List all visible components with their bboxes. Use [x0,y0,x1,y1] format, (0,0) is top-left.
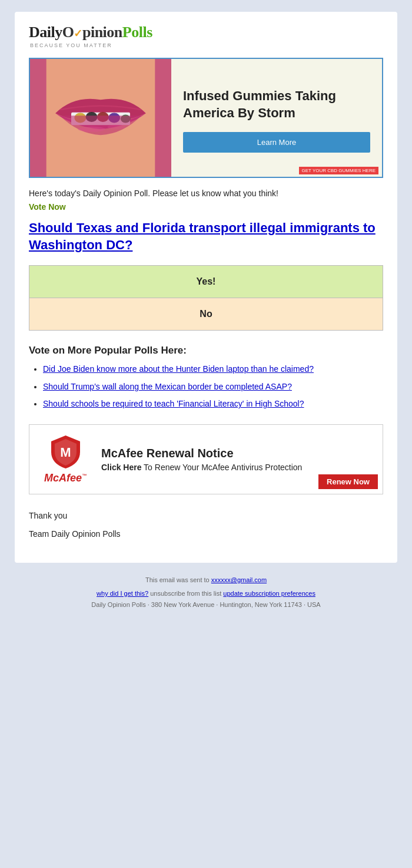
mcafee-text-area: McAfee Renewal Notice Click Here To Rene… [92,447,373,472]
vote-now-label: Vote Now [29,202,383,212]
footer-why-link[interactable]: why did I get this? [97,590,148,597]
more-polls-list: Did Joe Biden know more about the Hunter… [29,364,383,410]
email-card: DailyO✓pinionPolls Because You Matter [15,12,397,563]
footer-email-link[interactable]: xxxxxx@gmail.com [211,576,267,583]
page-wrapper: DailyO✓pinionPolls Because You Matter [0,0,412,631]
mcafee-brand-name: McAfee™ [44,472,87,484]
more-polls-heading: Vote on More Popular Polls Here: [29,345,383,357]
vote-yes-button[interactable]: Yes! [29,266,383,298]
thank-you-text: Thank you [29,509,383,523]
svg-point-7 [78,127,105,132]
list-item: Should schools be required to teach 'Fin… [43,398,383,410]
ad-image [30,59,171,177]
poll-link-3[interactable]: Should schools be required to teach 'Fin… [43,399,304,408]
team-name: Team Daily Opinion Polls [29,527,383,542]
vote-options: Yes! No [29,265,383,331]
mcafee-shield-icon: M [49,434,82,470]
footer-unsub-text: unsubscribe from this list [150,590,223,597]
footer-sent-text: This email was sent to [145,576,210,583]
logo-daily: Daily [29,24,62,41]
ad-headline: Infused Gummies Taking America By Storm [183,88,370,121]
logo-opinion: pinion [82,24,122,41]
list-item: Did Joe Biden know more about the Hunter… [43,364,383,375]
svg-point-8 [108,125,126,130]
mcafee-click-here: Click Here [101,463,141,472]
logo-polls: Polls [122,24,152,41]
ad-bottom-label: Get Your CBD Gummies Here [299,167,379,174]
vote-no-button[interactable]: No [29,298,383,330]
logo: DailyO✓pinionPolls [29,24,383,41]
lips-illustration [30,59,171,177]
svg-text:M: M [60,445,71,460]
footer-line2: why did I get this? unsubscribe from thi… [18,588,394,599]
mcafee-ad: M McAfee™ McAfee Renewal Notice Click He… [29,424,383,494]
poll-link-2[interactable]: Should Trump's wall along the Mexican bo… [43,382,292,391]
mcafee-title: McAfee Renewal Notice [101,447,373,460]
logo-area: DailyO✓pinionPolls Because You Matter [29,24,383,48]
list-item: Should Trump's wall along the Mexican bo… [43,381,383,393]
intro-text: Here's today's Daily Opinion Poll. Pleas… [29,187,383,200]
footer-line1: This email was sent to xxxxxx@gmail.com [18,575,394,586]
mcafee-renew-button[interactable]: Renew Now [318,474,378,489]
poll-question[interactable]: Should Texas and Florida transport illeg… [29,220,383,253]
footer-line3: Daily Opinion Polls · 380 New York Avenu… [18,599,394,610]
footer-update-prefs-link[interactable]: update subscription preferences [223,590,315,597]
ad-text-side: Infused Gummies Taking America By Storm … [171,59,382,177]
mcafee-desc-suffix: To Renew Your McAfee Antivirus Protectio… [141,463,302,472]
ad-banner: Infused Gummies Taking America By Storm … [29,58,383,178]
logo-o-check: O✓ [62,24,82,41]
mcafee-desc: Click Here To Renew Your McAfee Antiviru… [101,463,373,472]
ad-learn-button[interactable]: Learn More [183,132,370,153]
page-footer: This email was sent to xxxxxx@gmail.com … [12,563,400,619]
poll-link-1[interactable]: Did Joe Biden know more about the Hunter… [43,364,314,374]
mcafee-logo-area: M McAfee™ [39,434,92,484]
logo-tagline: Because You Matter [30,42,383,48]
